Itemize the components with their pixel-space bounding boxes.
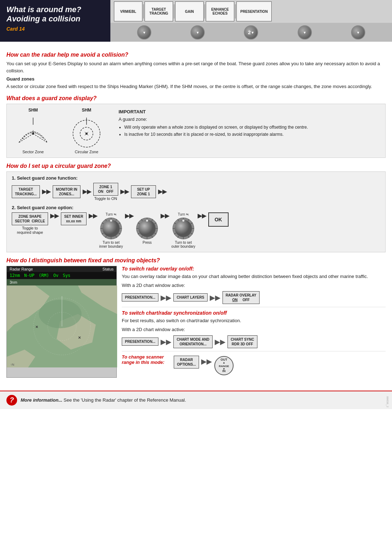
controls-panel: VRM/EBL TARGETTRACKING GAIN ENHANCEECHOE… <box>110 0 392 42</box>
sector-zone-diagram: SHM Sector Zone <box>12 108 54 154</box>
section1-body: You can set up your E-Series Display to … <box>6 60 386 74</box>
svg-point-25 <box>103 220 120 237</box>
overlay-btn1[interactable]: PRESENTATION... <box>122 293 158 302</box>
svg-line-2 <box>33 134 47 143</box>
scanner-row: To change scannerrange in this mode: RAD… <box>122 354 386 376</box>
ctrl-presentation-label: PRESENTATION <box>240 10 268 14</box>
knob1-dial-svg[interactable] <box>100 217 122 240</box>
ctrl-enhance-echoes[interactable]: ENHANCEECHOES <box>206 1 234 21</box>
btn-zone-shape[interactable]: ZONE SHAPESECTOR CIRCLE <box>12 212 48 225</box>
section2-heading: What does a guard zone display? <box>6 95 386 102</box>
svg-text:✕: ✕ <box>78 336 81 340</box>
radar-info-bar: 12nm N-UP (RM) Ov Sys <box>7 272 116 279</box>
section3-heading: How do I set up a circular guard zone? <box>6 163 386 169</box>
knob-vrm[interactable] <box>137 25 151 40</box>
radar-range2: 3nm <box>10 280 17 284</box>
radar-map-svg: ✕ ✕ ↑N <box>7 285 117 367</box>
btn-target-tracking[interactable]: TARGETTRACKING... <box>12 185 40 198</box>
sync-btn2[interactable]: CHART MODE ANDORIENTATION... <box>173 335 213 348</box>
btn-set-inner[interactable]: SET INNERxx.xx nm <box>61 212 86 225</box>
sector-zone-label: Sector Zone <box>22 150 44 154</box>
btn-zone1-on-off[interactable]: ZONE 1ON OFF <box>93 183 118 196</box>
ctrl-gain-label: GAIN <box>185 10 194 14</box>
knob-gain[interactable]: 2 <box>244 25 258 40</box>
arrow7: ▶▶ <box>125 212 134 219</box>
ctrl-target-tracking-label: TARGETTRACKING <box>150 7 168 15</box>
footer-wrap: ? More information... See the 'Using the… <box>0 391 392 409</box>
toggle-on-label: Toggle to ON <box>94 196 117 201</box>
section1-heading: How can the radar help me avoid a collis… <box>6 52 386 58</box>
important-box: IMPORTANT A guard zone: Will only operat… <box>115 108 380 154</box>
ctrl-vrm-ebl-label: VRM/EBL <box>120 10 136 14</box>
knob-gain-marker: 2 <box>248 30 251 35</box>
sync-btn3-label: CHART SYNC <box>231 337 254 342</box>
sector-zone-svg <box>12 114 54 150</box>
sync-btn3-values: RDR 3D OFF <box>231 342 254 346</box>
zone-shape-col: ZONE SHAPESECTOR CIRCLE Toggle torequire… <box>12 212 48 235</box>
btn-monitor-in-zones[interactable]: MONITOR INZONES... <box>53 185 80 198</box>
svg-text:✕: ✕ <box>35 325 38 329</box>
overlay-btn2[interactable]: CHART LAYERS <box>173 293 207 302</box>
overlay-2d: With a 2D chart window active: <box>122 282 386 289</box>
ctrl-vrm-ebl[interactable]: VRM/EBL <box>114 1 142 21</box>
btn-setup-zone1[interactable]: SET UPZONE 1 <box>131 185 156 198</box>
press-label: Press <box>143 241 152 244</box>
ctrl-target-tracking[interactable]: TARGETTRACKING <box>145 1 173 21</box>
arrow5: ▶▶ <box>50 212 59 219</box>
shm-label2: SHM <box>82 108 92 113</box>
scanner-arrow: ▶▶ <box>201 357 212 366</box>
distinguish-section: Radar Range Status 12nm N-UP (RM) Ov Sys… <box>6 266 386 378</box>
zone-diagrams: SHM Sector Zone <box>12 108 108 154</box>
press-knob-svg[interactable] <box>136 217 158 240</box>
title-line2: Avoiding a collision <box>6 14 104 24</box>
footer-body: See the 'Using the Radar' chapter of the… <box>62 397 186 403</box>
ctrl-presentation[interactable]: PRESENTATION <box>236 1 272 21</box>
knob3-dial-svg[interactable] <box>172 217 195 240</box>
overlay-btn3[interactable]: RADAR OVERLAY ON OFF <box>223 291 260 304</box>
overlay-arrow1: ▶▶ <box>161 293 171 302</box>
radar-mode: N-UP <box>24 273 35 278</box>
step2-label: 2. Select guard zone option: <box>12 205 380 210</box>
ctrl-gain[interactable]: GAIN <box>175 1 204 21</box>
section4-heading: How do I distinguish between fixed and m… <box>6 257 386 264</box>
knob-presentation[interactable] <box>351 25 365 40</box>
knob-target[interactable] <box>190 25 205 40</box>
ok-button[interactable]: OK <box>208 212 229 227</box>
right-panel: To switch radar overlay on/off: You can … <box>122 266 386 378</box>
svg-text:↑N: ↑N <box>10 363 14 366</box>
bullet-1: Will only operate when a whole zone is d… <box>124 125 377 130</box>
knob-enhance[interactable] <box>298 25 312 40</box>
svg-text:▲: ▲ <box>223 361 225 364</box>
radar-range-label: Radar Range <box>10 267 33 271</box>
svg-point-26 <box>110 220 112 222</box>
shm-label1: SHM <box>28 108 38 113</box>
radar-status-label: Status <box>103 267 114 271</box>
radar-top-bar: Radar Range Status <box>7 266 116 272</box>
sync-btn1[interactable]: PRESENTATION... <box>122 338 158 346</box>
range-dial-svg[interactable]: OUT RANGE IN ▲ ▼ <box>214 356 234 376</box>
overlay-heading: To switch radar overlay on/off: <box>122 266 386 272</box>
scanner-heading-wrap: To change scannerrange in this mode: <box>122 354 172 366</box>
sync-2d: With a 2D chart window active: <box>122 326 386 333</box>
sync-btn3[interactable]: CHART SYNC RDR 3D OFF <box>228 335 257 348</box>
sync-body: For best results, also switch on chart/r… <box>122 317 386 324</box>
radar-panel: Radar Range Status 12nm N-UP (RM) Ov Sys… <box>6 266 117 378</box>
scanner-btn1[interactable]: RADAROPTIONS... <box>174 356 199 369</box>
guard-zone-display: SHM Sector Zone <box>6 104 386 158</box>
zone1-col: ZONE 1ON OFF Toggle to ON <box>93 183 118 201</box>
arrow3: ▶▶ <box>120 188 129 195</box>
arrow9: ▶▶ <box>198 212 206 219</box>
svg-point-55 <box>175 220 192 237</box>
knob1-wrap: Turn ≒ <box>99 212 123 248</box>
doc-id: 88638_2 <box>386 396 389 407</box>
sync-arrow1: ▶▶ <box>161 338 171 346</box>
sync-heading: To switch chart/radar synchronization on… <box>122 310 386 316</box>
radar-sys: Sys <box>63 273 70 278</box>
svg-point-62 <box>39 300 82 328</box>
svg-text:▼: ▼ <box>223 367 225 371</box>
svg-point-56 <box>182 220 184 222</box>
arrow6: ▶▶ <box>89 212 97 219</box>
svg-point-41 <box>146 220 148 222</box>
circular-zone-diagram: SHM Circular Zone <box>65 108 108 154</box>
radar-range2-bar: 3nm <box>7 279 116 285</box>
